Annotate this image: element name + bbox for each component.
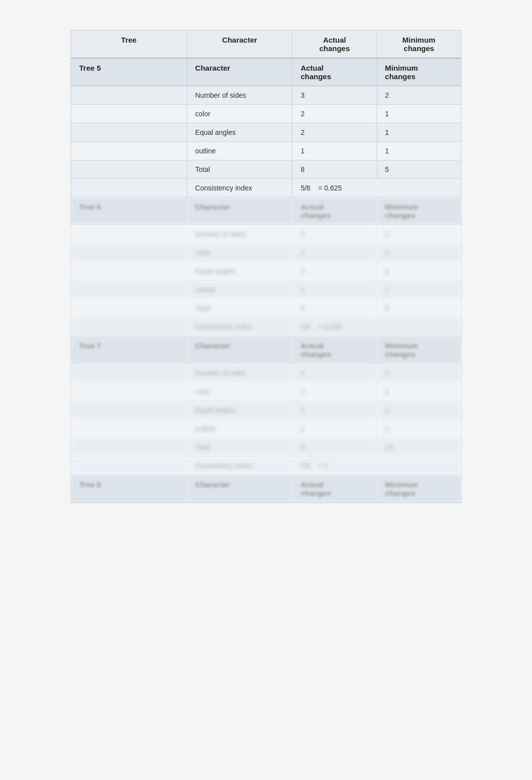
tree7-min-header: Minimum changes xyxy=(377,336,461,364)
table-row: Number of sides 3 2 xyxy=(71,364,461,382)
tree5-row4-char: outline xyxy=(187,142,293,160)
tree5-row3-actual: 2 xyxy=(293,123,377,142)
tree5-row1-char: Number of sides xyxy=(187,86,293,105)
tree5-ci-label: Consistency index xyxy=(187,179,293,198)
tree5-row5-tree xyxy=(71,160,187,179)
table-row-consistency: Consistency index 5/8 = 0.625 xyxy=(71,179,461,198)
table-row: color 2 1 xyxy=(71,105,461,123)
col-header-character: Character xyxy=(187,31,293,59)
tree8-header-row: Tree 8 Character Actual changes Minimum … xyxy=(71,475,461,503)
main-table: Tree Character Actual changes Minimum ch… xyxy=(71,30,461,503)
tree7-char-header: Character xyxy=(187,336,293,364)
tree8-label: Tree 8 xyxy=(71,475,187,503)
table-row: outline 1 1 xyxy=(71,281,461,299)
tree5-ci-tree xyxy=(71,179,187,198)
tree5-row1-min: 2 xyxy=(377,86,461,105)
tree5-actual-header: Actual changes xyxy=(293,58,377,86)
table-row: color 2 1 xyxy=(71,382,461,401)
tree6-actual-header: Actual changes xyxy=(293,198,377,225)
tree5-row5-actual: 8 xyxy=(293,160,377,179)
col-header-tree: Tree xyxy=(71,31,187,59)
tree5-row3-min: 1 xyxy=(377,123,461,142)
tree8-actual-header: Actual changes xyxy=(293,475,377,503)
table-row: Equal angles 2 1 xyxy=(71,262,461,281)
table-row: outline 1 1 xyxy=(71,420,461,438)
tree5-row2-tree xyxy=(71,105,187,123)
tree6-char-header: Character xyxy=(187,198,293,225)
table-row: outline 1 1 xyxy=(71,142,461,160)
table-row: Number of sides 3 2 xyxy=(71,225,461,244)
tree5-row3-tree xyxy=(71,123,187,142)
tree5-ci-value: 5/8 = 0.625 xyxy=(293,179,461,198)
table-row: color 2 1 xyxy=(71,244,461,262)
tree5-row2-min: 1 xyxy=(377,105,461,123)
tree7-header-row: Tree 7 Character Actual changes Minimum … xyxy=(71,336,461,364)
tree5-row5-char: Total xyxy=(187,160,293,179)
tree5-row2-char: color xyxy=(187,105,293,123)
tree5-min-header: Minimum changes xyxy=(377,58,461,86)
table-row: Equal angles 2 1 xyxy=(71,123,461,142)
table-row: Total 8 5 xyxy=(71,299,461,318)
col-header-actual: Actual changes xyxy=(293,31,377,59)
table-row: Total 8 13 xyxy=(71,438,461,457)
tree8-char-header: Character xyxy=(187,475,293,503)
tree7-label: Tree 7 xyxy=(71,336,187,364)
table-row-consistency: Consistency index 5/8 = 1 xyxy=(71,457,461,475)
tree5-label: Tree 5 xyxy=(71,58,187,86)
tree5-row1-actual: 3 xyxy=(293,86,377,105)
table-row: Equal angles 2 1 xyxy=(71,401,461,420)
tree5-row5-min: 5 xyxy=(377,160,461,179)
tree6-min-header: Minimum changes xyxy=(377,198,461,225)
tree7-actual-header: Actual changes xyxy=(293,336,377,364)
tree5-row4-tree xyxy=(71,142,187,160)
tree5-char-header: Character xyxy=(187,58,293,86)
col-header-minimum: Minimum changes xyxy=(377,31,461,59)
table-row: Number of sides 3 2 xyxy=(71,86,461,105)
tree5-row4-actual: 1 xyxy=(293,142,377,160)
table-row-consistency: Consistency index 5/8 = 0.625 xyxy=(71,318,461,336)
table-row: Total 8 5 xyxy=(71,160,461,179)
tree5-ci-equals: = 0.625 xyxy=(318,184,342,192)
tree5-ci-fraction: 5/8 xyxy=(301,184,310,192)
tree6-label: Tree 6 xyxy=(71,198,187,225)
tree5-row3-char: Equal angles xyxy=(187,123,293,142)
tree6-header-row: Tree 6 Character Actual changes Minimum … xyxy=(71,198,461,225)
tree5-row2-actual: 2 xyxy=(293,105,377,123)
tree8-min-header: Minimum changes xyxy=(377,475,461,503)
tree5-row4-min: 1 xyxy=(377,142,461,160)
tree5-row1-tree xyxy=(71,86,187,105)
